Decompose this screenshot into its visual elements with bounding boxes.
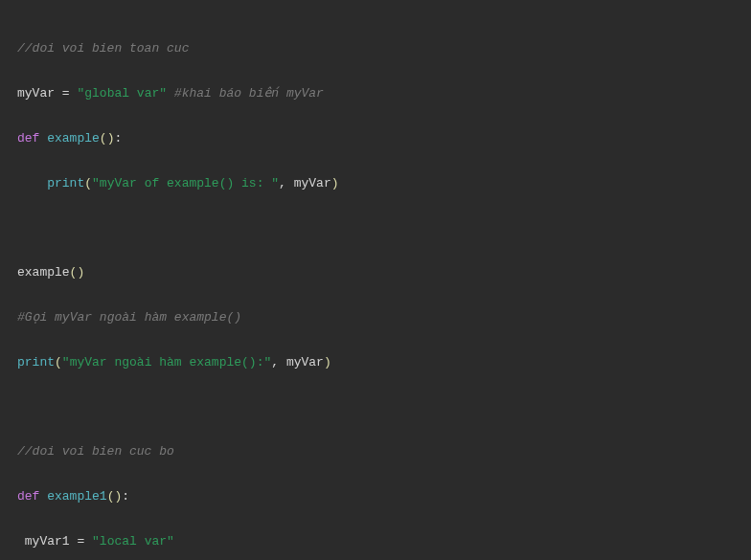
builtin-function: print — [47, 176, 84, 190]
code-line: //doi voi bien cuc bo — [17, 440, 734, 462]
blank-line — [17, 217, 734, 239]
string-literal: "myVar of example() is: " — [92, 176, 279, 190]
function-call: example — [17, 265, 70, 280]
code-line: #Gọi myVar ngoài hàm example() — [17, 306, 734, 328]
builtin-function: print — [17, 355, 55, 370]
comment-text: #khai báo biến myVar — [167, 86, 324, 101]
code-line: myVar1 = "local var" — [17, 530, 734, 552]
variable: myVar — [294, 176, 331, 190]
variable: myVar1 — [25, 534, 70, 549]
paren: ) — [324, 355, 331, 370]
operator: = — [55, 86, 77, 101]
function-name: example1 — [47, 489, 106, 504]
paren: ) — [331, 176, 339, 190]
string-literal: "global var" — [77, 86, 167, 101]
keyword: def — [17, 131, 39, 146]
code-line: myVar = "global var" #khai báo biến myVa… — [17, 82, 734, 104]
keyword: def — [17, 489, 39, 504]
comma: , — [271, 355, 286, 370]
comment-text: //doi voi bien toan cuc — [17, 41, 189, 56]
paren: ( — [84, 176, 92, 190]
code-line: print("myVar of example() is: ", myVar) — [17, 172, 734, 194]
code-editor: //doi voi bien toan cuc myVar = "global … — [17, 15, 734, 560]
colon: : — [122, 489, 129, 504]
code-line: def example(): — [17, 127, 734, 149]
string-literal: "local var" — [92, 534, 174, 549]
function-name: example — [47, 131, 100, 146]
parentheses: () — [70, 265, 85, 280]
comment-text: //doi voi bien cuc bo — [17, 444, 174, 459]
string-literal: "myVar ngoài hàm example():" — [62, 355, 271, 370]
code-line: print("myVar ngoài hàm example():", myVa… — [17, 351, 734, 373]
operator: = — [70, 534, 92, 549]
paren: ( — [55, 355, 62, 370]
colon: : — [114, 131, 122, 146]
parentheses: () — [100, 131, 115, 146]
code-line: example() — [17, 261, 734, 283]
comma: , — [279, 176, 294, 190]
variable: myVar — [17, 86, 55, 101]
code-line: def example1(): — [17, 485, 734, 507]
variable: myVar — [286, 355, 324, 370]
parentheses: () — [107, 489, 123, 504]
code-line: //doi voi bien toan cuc — [17, 37, 734, 59]
comment-text: #Gọi myVar ngoài hàm example() — [17, 310, 241, 325]
blank-line — [17, 396, 734, 418]
